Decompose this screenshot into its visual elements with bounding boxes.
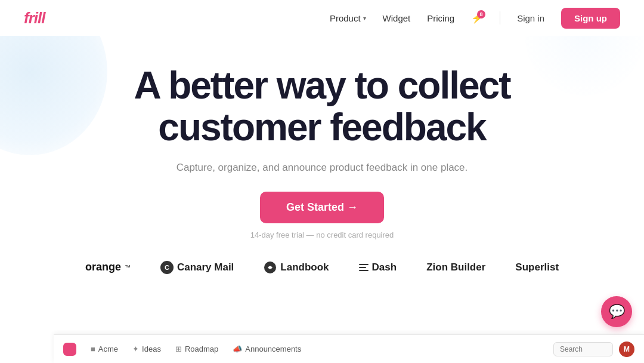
get-started-button[interactable]: Get Started → xyxy=(260,192,384,223)
dash-icon xyxy=(359,264,369,271)
divider xyxy=(500,11,500,24)
notification-badge: 8 xyxy=(477,10,485,19)
nav-widget[interactable]: Widget xyxy=(383,13,411,23)
nav-item-roadmap[interactable]: ⊞ Roadmap xyxy=(169,342,224,356)
logo-canary-mail: C Canary Mail xyxy=(160,261,234,274)
logo-zion-builder: Zion Builder xyxy=(426,262,485,273)
nav-pricing[interactable]: Pricing xyxy=(427,13,454,23)
ideas-icon: ✦ xyxy=(132,344,139,353)
nav-item-ideas[interactable]: ✦ Ideas xyxy=(126,342,167,356)
nav-item-announcements[interactable]: 📣 Announcements xyxy=(227,342,307,356)
logo[interactable]: frill xyxy=(24,9,45,27)
chat-icon: 💬 xyxy=(609,304,625,319)
navbar-right: Product ▾ Widget Pricing ⚡ 8 Sign in Sig… xyxy=(330,8,620,29)
app-bar-right: M xyxy=(553,342,634,357)
chat-bubble[interactable]: 💬 xyxy=(601,296,632,327)
search-input[interactable] xyxy=(553,342,613,356)
acme-icon: ■ xyxy=(91,344,95,353)
nav-item-acme[interactable]: ■ Acme xyxy=(85,342,124,356)
nav-product[interactable]: Product ▾ xyxy=(330,13,366,23)
logo-landbook: Landbook xyxy=(264,261,329,274)
roadmap-icon: ⊞ xyxy=(175,344,182,353)
chevron-down-icon: ▾ xyxy=(363,15,366,21)
logo-dash: Dash xyxy=(359,262,397,273)
app-bar-logo xyxy=(63,343,76,356)
logos-section: orange™ C Canary Mail Landbook Dash Zion… xyxy=(85,261,559,274)
lightning-button[interactable]: ⚡ 8 xyxy=(471,13,483,24)
announcements-icon: 📣 xyxy=(233,344,242,353)
canary-mail-icon: C xyxy=(160,261,174,274)
hero-subtext: Capture, organize, and announce product … xyxy=(177,162,468,174)
signin-link[interactable]: Sign in xyxy=(517,13,544,23)
app-bar: ■ Acme ✦ Ideas ⊞ Roadmap 📣 Announcements… xyxy=(54,334,644,363)
avatar: M xyxy=(619,342,634,357)
hero-headline: A better way to collect customer feedbac… xyxy=(134,64,510,149)
landbook-icon xyxy=(264,261,277,274)
trial-text: 14-day free trial — no credit card requi… xyxy=(250,230,394,239)
signup-button[interactable]: Sign up xyxy=(561,8,620,29)
logo-orange: orange™ xyxy=(85,261,131,273)
logo-superlist: Superlist xyxy=(515,262,559,273)
app-bar-nav: ■ Acme ✦ Ideas ⊞ Roadmap 📣 Announcements xyxy=(85,342,553,356)
hero-section: A better way to collect customer feedbac… xyxy=(0,36,644,274)
navbar: frill Product ▾ Widget Pricing ⚡ 8 Sign … xyxy=(0,0,644,36)
